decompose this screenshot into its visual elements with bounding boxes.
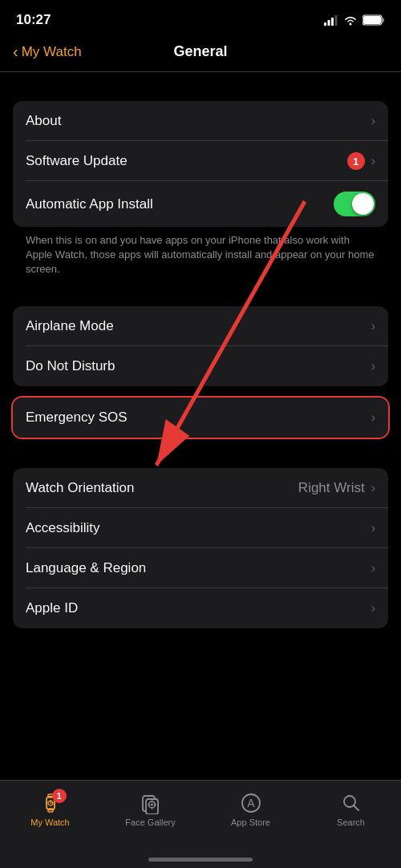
home-indicator: [148, 858, 253, 862]
status-bar: 10:27: [0, 0, 401, 35]
about-label: About: [26, 113, 61, 129]
wifi-icon: [343, 15, 358, 26]
accessibility-label: Accessibility: [26, 520, 100, 536]
emergency-sos-chevron-icon: ›: [371, 410, 375, 425]
battery-icon: [363, 14, 385, 26]
page-title: General: [173, 43, 227, 60]
my-watch-badge: 1: [52, 789, 67, 803]
status-time: 10:27: [16, 12, 51, 28]
watch-orientation-chevron-icon: ›: [371, 481, 375, 495]
accessibility-chevron-icon: ›: [371, 521, 375, 535]
watch-orientation-row[interactable]: Watch Orientation Right Wrist ›: [13, 468, 388, 508]
language-region-label: Language & Region: [26, 560, 146, 576]
tab-my-watch[interactable]: 1 My Watch: [0, 789, 100, 827]
software-update-chevron-icon: ›: [371, 154, 375, 168]
section-gap-1: [0, 72, 401, 101]
content-area: About › Software Update 1 › Automatic Ap…: [0, 72, 401, 817]
tab-search[interactable]: Search: [301, 789, 401, 827]
svg-rect-3: [335, 15, 338, 26]
auto-app-install-label: Automatic App Install: [26, 196, 153, 212]
airplane-mode-chevron-icon: ›: [371, 319, 375, 333]
svg-rect-2: [331, 18, 334, 26]
software-update-row[interactable]: Software Update 1 ›: [13, 141, 388, 181]
emergency-sos-label: Emergency SOS: [26, 410, 128, 426]
svg-rect-1: [328, 20, 330, 26]
tab-bar: 1 My Watch Face Gallery A: [0, 780, 401, 868]
apple-id-label: Apple ID: [26, 600, 78, 616]
app-store-tab-label: App Store: [231, 818, 270, 827]
svg-rect-7: [383, 18, 385, 22]
search-tab-label: Search: [337, 818, 365, 827]
accessibility-row[interactable]: Accessibility ›: [13, 508, 388, 548]
emergency-sos-row[interactable]: Emergency SOS ›: [13, 398, 388, 438]
face-gallery-tab-label: Face Gallery: [125, 818, 175, 827]
watch-orientation-value: Right Wrist: [298, 480, 365, 496]
signal-icon: [324, 15, 338, 26]
auto-app-install-helper: When this is on and you have apps on you…: [0, 227, 401, 277]
airplane-mode-label: Airplane Mode: [26, 318, 114, 334]
my-watch-icon: 1: [39, 792, 62, 814]
app-store-icon: A: [240, 792, 262, 814]
svg-line-27: [354, 806, 358, 811]
about-row[interactable]: About ›: [13, 101, 388, 141]
back-button[interactable]: ‹ My Watch: [13, 42, 82, 61]
svg-point-19: [151, 804, 153, 806]
section-gap-4: [0, 439, 401, 468]
svg-rect-6: [363, 16, 381, 24]
do-not-disturb-label: Do Not Disturb: [26, 358, 115, 374]
status-icons: [324, 14, 385, 26]
my-watch-tab-label: My Watch: [30, 818, 70, 827]
face-gallery-icon: [140, 792, 162, 814]
settings-group-1: About › Software Update 1 › Automatic Ap…: [13, 101, 388, 227]
airplane-mode-row[interactable]: Airplane Mode ›: [13, 306, 388, 346]
auto-app-install-row[interactable]: Automatic App Install: [13, 181, 388, 227]
software-update-badge: 1: [347, 152, 365, 170]
nav-header: ‹ My Watch General: [0, 35, 401, 71]
section-gap-2: [0, 277, 401, 306]
tab-face-gallery[interactable]: Face Gallery: [100, 789, 200, 827]
emergency-sos-highlight: Emergency SOS ›: [11, 396, 390, 439]
toggle-thumb: [352, 193, 374, 215]
about-chevron-icon: ›: [371, 114, 375, 128]
auto-app-install-toggle[interactable]: [334, 192, 375, 216]
tab-app-store[interactable]: A App Store: [200, 789, 301, 827]
do-not-disturb-row[interactable]: Do Not Disturb ›: [13, 346, 388, 386]
settings-group-2: Airplane Mode › Do Not Disturb ›: [13, 306, 388, 386]
svg-text:A: A: [247, 797, 255, 809]
section-gap-3: [0, 386, 401, 396]
apple-id-chevron-icon: ›: [371, 601, 375, 616]
svg-rect-12: [48, 809, 53, 812]
software-update-label: Software Update: [26, 153, 128, 169]
apple-id-row[interactable]: Apple ID ›: [13, 588, 388, 628]
svg-rect-0: [324, 22, 326, 26]
svg-point-4: [350, 22, 352, 25]
language-region-row[interactable]: Language & Region ›: [13, 548, 388, 588]
search-icon: [340, 792, 363, 814]
language-region-chevron-icon: ›: [371, 561, 375, 575]
back-label: My Watch: [22, 44, 82, 60]
watch-orientation-label: Watch Orientation: [26, 480, 134, 496]
back-chevron-icon: ‹: [13, 42, 18, 61]
do-not-disturb-chevron-icon: ›: [371, 359, 375, 373]
settings-group-3: Watch Orientation Right Wrist › Accessib…: [13, 468, 388, 628]
